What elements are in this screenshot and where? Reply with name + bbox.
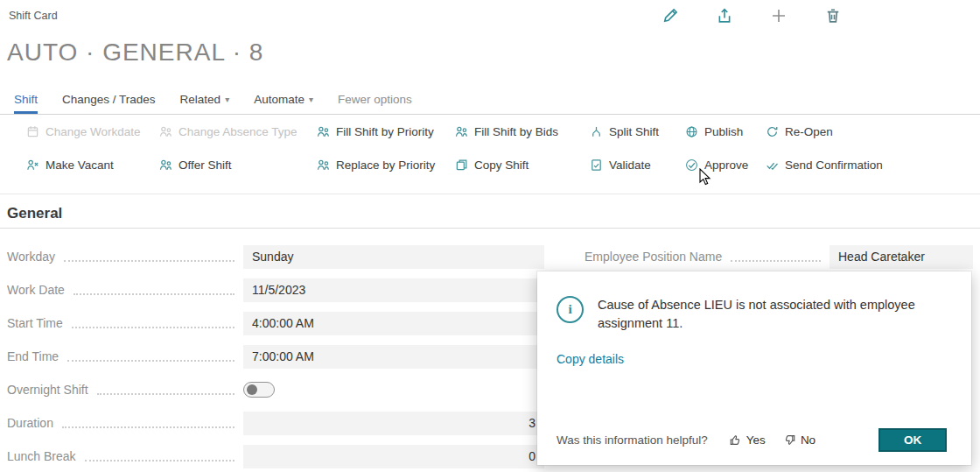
dotted-leader: [731, 259, 821, 262]
work-date-field[interactable]: 11/5/2023: [243, 278, 544, 302]
tab-changes-trades[interactable]: Changes / Trades: [62, 87, 156, 114]
feedback-yes-button[interactable]: Yes: [729, 433, 766, 447]
copy-details-link[interactable]: Copy details: [556, 352, 624, 366]
header-action-icons: [662, 7, 842, 25]
employee-position-name-field[interactable]: Head Caretaker: [830, 245, 973, 269]
feedback-yes-label: Yes: [746, 433, 766, 447]
tab-changes-trades-label: Changes / Trades: [62, 93, 156, 106]
field-row-overnight-shift: Overnight Shift: [7, 373, 544, 406]
action-label: Fill Shift by Priority: [336, 125, 434, 138]
dialog-body: i Cause of Absence LIEU is not associate…: [537, 271, 971, 333]
overnight-shift-toggle[interactable]: [243, 382, 275, 398]
info-icon: i: [556, 296, 584, 323]
toggle-knob: [247, 384, 257, 395]
ok-button[interactable]: OK: [878, 428, 947, 452]
field-row-work-date: Work Date 11/5/2023: [7, 273, 544, 306]
tab-fewer-options-label: Fewer options: [338, 93, 412, 106]
tab-shift-label: Shift: [14, 93, 38, 106]
feedback-no-button[interactable]: No: [783, 433, 816, 447]
duration-field[interactable]: 3: [243, 412, 544, 435]
feedback-no-label: No: [801, 433, 816, 447]
field-label: Start Time: [7, 316, 63, 330]
people-icon: [317, 125, 330, 138]
field-label: Employee Position Name: [584, 250, 722, 264]
validate-icon: [590, 159, 603, 172]
action-replace-by-priority[interactable]: Replace by Priority: [317, 159, 455, 172]
action-send-confirmation[interactable]: Send Confirmation: [766, 159, 980, 172]
copy-icon: [455, 159, 468, 172]
field-label: End Time: [7, 349, 59, 363]
action-fill-shift-by-priority[interactable]: Fill Shift by Priority: [317, 125, 455, 138]
field-row-start-time: Start Time 4:00:00 AM: [7, 306, 544, 340]
add-icon[interactable]: [770, 7, 788, 25]
action-label: Re-Open: [785, 125, 833, 138]
field-row-workday: Workday Sunday: [7, 240, 544, 273]
field-label: Workday: [7, 250, 55, 264]
action-split-shift[interactable]: Split Shift: [590, 125, 685, 138]
page-title: AUTO · GENERAL · 8: [7, 39, 263, 67]
action-label: Make Vacant: [46, 159, 114, 172]
section-heading-general: General: [7, 205, 62, 222]
people-icon: [317, 159, 330, 172]
action-validate[interactable]: Validate: [590, 159, 685, 172]
action-label: Publish: [704, 125, 743, 138]
double-check-icon: [766, 159, 779, 172]
dotted-leader: [97, 392, 234, 395]
toggle-slot: [243, 382, 544, 398]
action-approve[interactable]: Approve: [685, 159, 766, 172]
action-label: Copy Shift: [474, 159, 528, 172]
action-label: Validate: [609, 159, 651, 172]
delete-icon[interactable]: [824, 7, 842, 25]
action-toolbar: Change Workdate Change Absence Type Fill…: [0, 115, 980, 181]
field-row-lunch-break: Lunch Break 0: [7, 440, 544, 472]
action-fill-shift-by-bids[interactable]: Fill Shift by Bids: [455, 125, 590, 138]
action-label: Approve: [704, 159, 748, 172]
action-label: Send Confirmation: [785, 159, 883, 172]
tab-fewer-options[interactable]: Fewer options: [338, 87, 412, 114]
toolbar-divider: [0, 194, 980, 194]
dialog-footer: Was this information helpful? Yes No OK: [556, 428, 947, 452]
section-divider: [0, 228, 980, 229]
tab-related-label: Related: [180, 93, 221, 106]
action-re-open[interactable]: Re-Open: [766, 125, 980, 138]
approve-check-icon: [685, 159, 698, 172]
action-label: Fill Shift by Bids: [474, 125, 558, 138]
dialog-message: Cause of Absence LIEU is not associated …: [598, 296, 939, 333]
message-dialog: i Cause of Absence LIEU is not associate…: [537, 271, 971, 465]
fields-column-left: Workday Sunday Work Date 11/5/2023 Start…: [7, 240, 544, 472]
thumb-up-icon: [729, 433, 742, 447]
split-icon: [590, 125, 603, 138]
field-label: Work Date: [7, 283, 65, 297]
page-caption: Shift Card: [9, 10, 58, 22]
tab-bar: Shift Changes / Trades Related▾ Automate…: [0, 87, 980, 115]
action-label: Change Workdate: [46, 125, 141, 138]
thumb-down-icon: [783, 433, 796, 447]
feedback-question: Was this information helpful?: [556, 433, 708, 447]
share-icon[interactable]: [716, 7, 733, 25]
reopen-icon: [766, 125, 779, 138]
globe-icon: [685, 125, 698, 138]
chevron-down-icon: ▾: [309, 95, 313, 104]
edit-icon[interactable]: [662, 7, 679, 25]
end-time-field[interactable]: 7:00:00 AM: [243, 345, 544, 369]
action-row-2: Make Vacant Offer Shift Replace by Prior…: [0, 148, 980, 181]
action-publish[interactable]: Publish: [685, 125, 766, 138]
chevron-down-icon: ▾: [225, 95, 229, 104]
workday-field[interactable]: Sunday: [243, 245, 544, 269]
lunch-break-field[interactable]: 0: [243, 445, 544, 468]
tab-shift[interactable]: Shift: [14, 87, 38, 114]
people-icon: [455, 125, 468, 138]
action-label: Replace by Priority: [336, 159, 435, 172]
action-offer-shift[interactable]: Offer Shift: [159, 159, 317, 172]
dotted-leader: [85, 459, 234, 461]
start-time-field[interactable]: 4:00:00 AM: [243, 312, 544, 335]
action-make-vacant[interactable]: Make Vacant: [26, 159, 159, 172]
action-copy-shift[interactable]: Copy Shift: [455, 159, 590, 172]
tab-automate-label: Automate: [254, 93, 304, 106]
tab-automate[interactable]: Automate▾: [254, 87, 313, 114]
dotted-leader: [64, 259, 234, 262]
dotted-leader: [72, 326, 234, 328]
action-label: Split Shift: [609, 125, 659, 138]
tab-related[interactable]: Related▾: [180, 87, 230, 114]
dotted-leader: [62, 426, 234, 428]
